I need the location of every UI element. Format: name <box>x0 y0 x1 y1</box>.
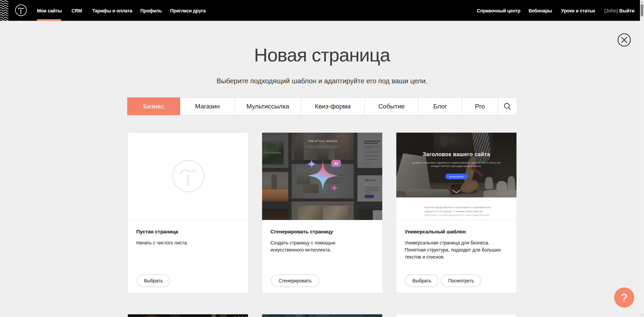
svg-text:AI: AI <box>334 162 338 166</box>
